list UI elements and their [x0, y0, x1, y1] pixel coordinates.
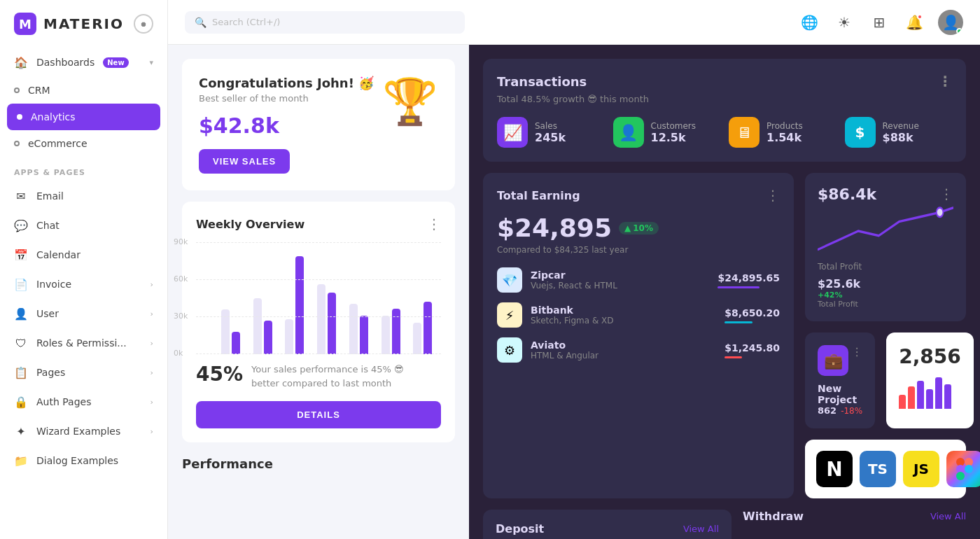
sidebar-item-auth[interactable]: 🔒 Auth Pages › — [0, 387, 167, 416]
sidebar-item-user[interactable]: 👤 User › — [0, 299, 167, 328]
aviato-tech: HTML & Angular — [531, 351, 716, 360]
weekly-more-button[interactable]: ⋮ — [427, 216, 441, 232]
sidebar-label-ecommerce: eCommerce — [28, 138, 88, 149]
sidebar-item-pages[interactable]: 📋 Pages › — [0, 358, 167, 387]
bar-purple-7 — [424, 302, 432, 354]
bar-blue-6 — [382, 316, 390, 354]
notification-badge — [917, 14, 923, 20]
logo-icon: M — [14, 13, 36, 35]
sidebar-item-analytics[interactable]: Analytics — [7, 104, 160, 130]
search-box[interactable]: 🔍 Search (Ctrl+/) — [185, 11, 465, 34]
earning-amount-row: $24,895 ▲ 10% — [497, 214, 780, 242]
sidebar-item-calendar[interactable]: 📅 Calendar — [0, 240, 167, 270]
notifications-icon[interactable]: 🔔 — [903, 11, 925, 34]
sidebar-label-pages: Pages — [36, 367, 65, 378]
deposit-view-all[interactable]: View All — [683, 524, 719, 534]
sidebar-item-chat[interactable]: 💬 Chat — [0, 211, 167, 240]
record-icon[interactable]: ⏺ — [134, 14, 153, 34]
congrats-info: Congratulations John! 🥳 Best seller of t… — [199, 76, 374, 174]
earning-comparison: Compared to $84,325 last year — [497, 245, 780, 255]
shield-icon: 🛡 — [14, 336, 28, 350]
figma-logo — [946, 451, 980, 487]
stat-customers: 👤 Customers 12.5k — [613, 117, 721, 148]
zipcar-amount-col: $24,895.65 — [718, 272, 780, 288]
content-area: Congratulations John! 🥳 Best seller of t… — [168, 45, 980, 539]
translate-icon[interactable]: 🌐 — [798, 11, 820, 34]
sidebar-item-ecommerce[interactable]: eCommerce — [0, 130, 167, 157]
aviato-amount-col: $1,245.80 — [724, 342, 780, 358]
sidebar-item-dialog[interactable]: 📁 Dialog Examples — [0, 446, 167, 475]
project-count: 862 — [818, 405, 836, 416]
earning-header: Total Earning ⋮ — [497, 187, 780, 204]
transactions-card: Transactions ⋮ Total 48.5% growth 😎 this… — [483, 59, 966, 162]
deposit-title: Deposit — [496, 522, 544, 536]
sidebar-item-wizard[interactable]: ✦ Wizard Examples › — [0, 416, 167, 446]
products-label: Products — [766, 121, 803, 131]
weekly-title: Weekly Overview — [196, 218, 304, 231]
two-col-section: 💼 ⋮ New Project 862 -18% 2,856 — [805, 332, 966, 428]
sidebar-item-dashboards[interactable]: 🏠 Dashboards New ▾ — [0, 48, 167, 77]
project-sub: 862 -18% — [818, 405, 862, 416]
chat-icon: 💬 — [14, 218, 28, 232]
aviato-progress — [724, 356, 742, 358]
stat-sales: 📈 Sales 245k — [497, 117, 605, 148]
new-project-card: 💼 ⋮ New Project 862 -18% — [805, 332, 875, 428]
withdraw-title: Withdraw — [743, 510, 804, 523]
total-profit-card: $86.4k ⋮ Total Profit $25.6k — [805, 173, 966, 321]
grid-label-90k: 90k — [174, 237, 188, 246]
profit-more-button[interactable]: ⋮ — [939, 186, 953, 202]
view-sales-button[interactable]: VIEW SALES — [199, 149, 290, 174]
details-button[interactable]: DETAILS — [196, 401, 441, 428]
bar-purple-1 — [232, 332, 240, 354]
grid-label-60k: 60k — [174, 274, 188, 284]
sidebar-label-wizard: Wizard Examples — [36, 426, 120, 437]
earning-badge: ▲ 10% — [619, 222, 659, 234]
mini-bar-5 — [935, 377, 942, 409]
total-profit-stat: $25.6k +42% Total Profit — [818, 277, 860, 309]
theme-icon[interactable]: ☀ — [833, 11, 855, 34]
transactions-subtitle-suffix: 😎 this month — [587, 94, 649, 104]
avatar[interactable]: 👤 — [938, 10, 963, 35]
bar-group-1 — [221, 309, 249, 354]
search-icon: 🔍 — [195, 17, 206, 28]
new-badge: New — [103, 57, 128, 68]
products-icon: 🖥 — [729, 117, 760, 148]
transactions-more-button[interactable]: ⋮ — [938, 73, 952, 90]
sidebar-item-crm[interactable]: CRM — [0, 77, 167, 104]
bar-blue-4 — [317, 284, 326, 354]
transactions-stats: 📈 Sales 245k 👤 Customers 12.5k — [497, 117, 952, 148]
congrats-card: Congratulations John! 🥳 Best seller of t… — [182, 59, 455, 190]
customers-label: Customers — [651, 121, 696, 131]
sidebar-item-invoice[interactable]: 📄 Invoice › — [0, 270, 167, 299]
grid-icon[interactable]: ⊞ — [868, 11, 890, 34]
sidebar-item-roles[interactable]: 🛡 Roles & Permissi... › — [0, 328, 167, 358]
sidebar-label-invoice: Invoice — [36, 279, 71, 290]
zipcar-progress — [718, 286, 760, 288]
home-icon: 🏠 — [14, 55, 28, 69]
content-right: Transactions ⋮ Total 48.5% growth 😎 this… — [469, 45, 980, 539]
congrats-title: Congratulations John! 🥳 — [199, 76, 374, 90]
earning-item-bitbank: ⚡ Bitbank Sketch, Figma & XD $8,650.20 — [497, 302, 780, 328]
withdraw-view-all[interactable]: View All — [930, 511, 966, 522]
withdraw-header: Withdraw View All — [743, 510, 966, 523]
sidebar-label-roles: Roles & Permissi... — [36, 337, 127, 349]
lock-icon: 🔒 — [14, 395, 28, 409]
earning-more-button[interactable]: ⋮ — [766, 187, 780, 204]
sidebar-item-email[interactable]: ✉ Email — [0, 181, 167, 211]
performance-title: Performance — [182, 456, 273, 471]
bar-blue-7 — [413, 323, 421, 354]
earning-item-zipcar: 💎 Zipcar Vuejs, React & HTML $24,895.65 — [497, 267, 780, 293]
bar-purple-4 — [328, 293, 336, 354]
user-icon: 👤 — [14, 307, 28, 321]
deposit-card: Deposit View All — [483, 510, 732, 539]
bitbank-name: Bitbank — [531, 304, 716, 316]
project-more-button[interactable]: ⋮ — [851, 345, 862, 358]
mini-bar-2 — [908, 386, 915, 409]
deposit-header: Deposit View All — [496, 522, 719, 536]
total-earning-card: Total Earning ⋮ $24,895 ▲ 10% Compared t… — [483, 173, 794, 498]
mini-bar-4 — [926, 389, 933, 409]
weekly-footer: 45% Your sales performance is 45% 😎bette… — [196, 363, 441, 390]
profit-line-chart — [818, 203, 953, 259]
weekly-card-header: Weekly Overview ⋮ — [196, 216, 441, 232]
chevron-right-icon-user: › — [150, 309, 153, 318]
